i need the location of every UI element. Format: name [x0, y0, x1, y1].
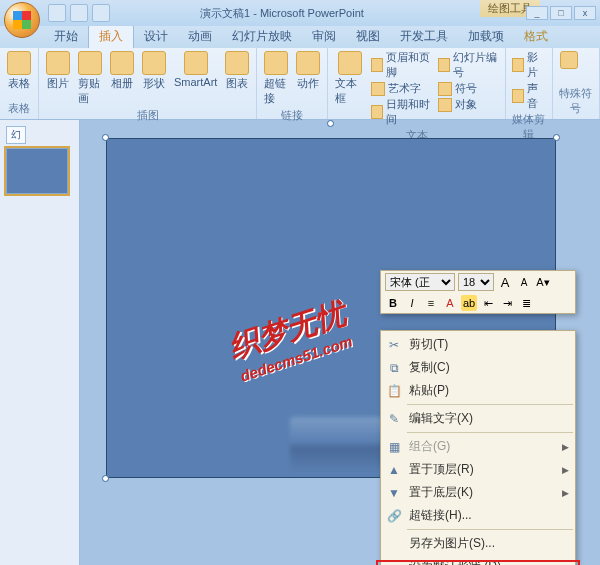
thumbnail-pane[interactable]: 幻	[0, 120, 80, 565]
font-size-select[interactable]: 18	[458, 273, 494, 291]
menu-save-as-pic[interactable]: 另存为图片(S)...	[381, 532, 575, 555]
align-button[interactable]: ≡	[423, 295, 439, 311]
font-color-button[interactable]: A	[442, 295, 458, 311]
album-icon	[110, 51, 134, 75]
symbol-icon	[438, 82, 452, 96]
thumbnail-tab[interactable]: 幻	[6, 126, 26, 144]
header-footer-button[interactable]: 页眉和页脚	[369, 50, 434, 80]
send-back-icon: ▼	[385, 485, 403, 501]
chart-button[interactable]: 图表	[222, 50, 252, 92]
italic-button[interactable]: I	[404, 295, 420, 311]
menu-send-back[interactable]: ▼置于底层(K)▶	[381, 481, 575, 504]
textbox-icon	[338, 51, 362, 75]
change-case-button[interactable]: A▾	[535, 274, 551, 290]
minimize-button[interactable]: _	[526, 6, 548, 20]
link-icon: 🔗	[385, 508, 403, 524]
paste-icon: 📋	[385, 383, 403, 399]
header-icon	[371, 58, 383, 72]
menu-edit-text[interactable]: ✎编辑文字(X)	[381, 407, 575, 430]
quick-access-toolbar	[48, 4, 110, 22]
ribbon-tabs: 开始 插入 设计 动画 幻灯片放映 审阅 视图 开发工具 加载项 格式	[0, 26, 600, 48]
tab-addins[interactable]: 加载项	[458, 25, 514, 48]
tab-animation[interactable]: 动画	[178, 25, 222, 48]
cut-icon: ✂	[385, 337, 403, 353]
tab-view[interactable]: 视图	[346, 25, 390, 48]
menu-set-default[interactable]: 设为默认形状 (D)	[381, 555, 575, 565]
group-media: 影片 声音 媒体剪辑	[506, 48, 553, 119]
mini-toolbar: 宋体 (正 18 A A A▾ B I ≡ A ab ⇤ ⇥ ≣	[380, 270, 576, 314]
object-icon	[438, 98, 452, 112]
sound-icon	[512, 89, 524, 103]
menu-hyperlink[interactable]: 🔗超链接(H)...	[381, 504, 575, 527]
slide-thumbnail-1[interactable]	[6, 148, 68, 194]
table-icon	[7, 51, 31, 75]
clipart-button[interactable]: 剪贴画	[75, 50, 105, 107]
qat-save-icon[interactable]	[48, 4, 66, 22]
submenu-arrow-icon: ▶	[562, 488, 569, 498]
date-icon	[371, 105, 383, 119]
symbol-grid-icon	[560, 51, 578, 69]
handle-rotate[interactable]	[327, 120, 334, 127]
symbol-button[interactable]: 符号	[436, 81, 501, 96]
album-button[interactable]: 相册	[107, 50, 137, 92]
table-button[interactable]: 表格	[4, 50, 34, 92]
shapes-button[interactable]: 形状	[139, 50, 169, 92]
tab-format[interactable]: 格式	[514, 25, 558, 48]
tab-home[interactable]: 开始	[44, 25, 88, 48]
menu-paste[interactable]: 📋粘贴(P)	[381, 379, 575, 402]
tab-review[interactable]: 审阅	[302, 25, 346, 48]
smartart-button[interactable]: SmartArt	[171, 50, 220, 89]
slideno-button[interactable]: 幻灯片编号	[436, 50, 501, 80]
group-icon: ▦	[385, 439, 403, 455]
close-button[interactable]: x	[574, 6, 596, 20]
movie-button[interactable]: 影片	[510, 50, 548, 80]
wordart-button[interactable]: 艺术字	[369, 81, 434, 96]
qat-redo-icon[interactable]	[92, 4, 110, 22]
menu-copy[interactable]: ⧉复制(C)	[381, 356, 575, 379]
chart-icon	[225, 51, 249, 75]
edit-text-icon: ✎	[385, 411, 403, 427]
grow-font-button[interactable]: A	[497, 274, 513, 290]
office-button[interactable]	[4, 2, 40, 38]
shapes-icon	[142, 51, 166, 75]
context-menu: ✂剪切(T) ⧉复制(C) 📋粘贴(P) ✎编辑文字(X) ▦组合(G)▶ ▲置…	[380, 330, 576, 565]
object-button[interactable]: 对象	[436, 97, 501, 112]
ribbon: 表格 表格 图片 剪贴画 相册 形状 SmartArt 图表 插图 超链接 动作…	[0, 48, 600, 120]
menu-bring-front[interactable]: ▲置于顶层(R)▶	[381, 458, 575, 481]
shrink-font-button[interactable]: A	[516, 274, 532, 290]
action-button[interactable]: 动作	[293, 50, 323, 92]
tab-design[interactable]: 设计	[134, 25, 178, 48]
tab-developer[interactable]: 开发工具	[390, 25, 458, 48]
tab-insert[interactable]: 插入	[88, 24, 134, 48]
movie-icon	[512, 58, 524, 72]
group-links: 超链接 动作 链接	[257, 48, 328, 119]
workspace: 幻 织梦无忧 dedecms51.com 宋体 (正 18 A A A▾	[0, 120, 600, 565]
slideno-icon	[438, 58, 450, 72]
submenu-arrow-icon: ▶	[562, 465, 569, 475]
window-title: 演示文稿1 - Microsoft PowerPoint	[200, 6, 364, 21]
qat-undo-icon[interactable]	[70, 4, 88, 22]
menu-group: ▦组合(G)▶	[381, 435, 575, 458]
highlight-button[interactable]: ab	[461, 295, 477, 311]
bullets-button[interactable]: ≣	[518, 295, 534, 311]
special-symbol-button[interactable]	[557, 50, 581, 70]
indent-inc-button[interactable]: ⇥	[499, 295, 515, 311]
indent-dec-button[interactable]: ⇤	[480, 295, 496, 311]
action-icon	[296, 51, 320, 75]
picture-button[interactable]: 图片	[43, 50, 73, 92]
copy-icon: ⧉	[385, 360, 403, 376]
restore-button[interactable]: □	[550, 6, 572, 20]
clipart-icon	[78, 51, 102, 75]
group-symbols: 特殊符号	[553, 48, 600, 119]
picture-icon	[46, 51, 70, 75]
bring-front-icon: ▲	[385, 462, 403, 478]
wordart-icon	[371, 82, 385, 96]
slide-canvas[interactable]: 织梦无忧 dedecms51.com 宋体 (正 18 A A A▾ B I ≡…	[80, 120, 600, 565]
textbox-button[interactable]: 文本框	[332, 50, 366, 107]
tab-slideshow[interactable]: 幻灯片放映	[222, 25, 302, 48]
menu-cut[interactable]: ✂剪切(T)	[381, 333, 575, 356]
sound-button[interactable]: 声音	[510, 81, 548, 111]
bold-button[interactable]: B	[385, 295, 401, 311]
hyperlink-button[interactable]: 超链接	[261, 50, 291, 107]
font-select[interactable]: 宋体 (正	[385, 273, 455, 291]
